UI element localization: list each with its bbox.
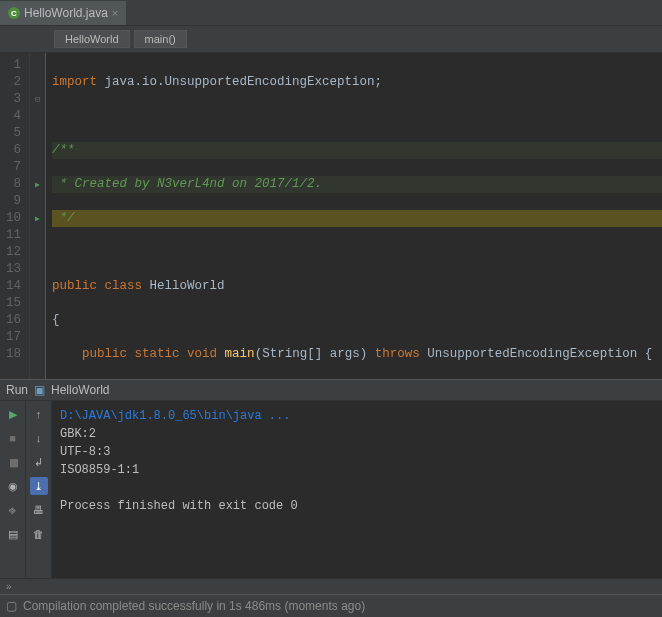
down-stack-button[interactable]: ↓ — [30, 429, 48, 447]
code-area[interactable]: import java.io.UnsupportedEncodingExcept… — [46, 53, 662, 379]
console-exit: Process finished with exit code 0 — [60, 497, 654, 515]
expand-handle[interactable]: » — [0, 578, 662, 594]
scroll-to-end-button[interactable]: ⤓ — [30, 477, 48, 495]
exit-button[interactable]: ⎆ — [4, 501, 22, 519]
dump-threads-button[interactable]: ◉ — [4, 477, 22, 495]
run-label: Run — [6, 383, 28, 397]
editor-tab[interactable]: C HelloWorld.java × — [0, 1, 126, 25]
console-line: UTF-8:3 — [60, 443, 654, 461]
tab-filename: HelloWorld.java — [24, 6, 108, 20]
run-config-icon: ▣ — [34, 383, 45, 397]
run-config-name[interactable]: HelloWorld — [51, 383, 109, 397]
soft-wrap-button[interactable]: ↲ — [30, 453, 48, 471]
line-number-gutter: 123 456 789 101112 131415 161718 — [0, 53, 30, 379]
console-output[interactable]: D:\JAVA\jdk1.8.0_65\bin\java ... GBK:2 U… — [52, 401, 662, 578]
run-toolbar-left: ▶ ■ ▮▮ ◉ ⎆ ▤ — [0, 401, 26, 578]
java-class-icon: C — [8, 7, 20, 19]
status-icon: ▢ — [6, 599, 17, 613]
up-stack-button[interactable]: ↑ — [30, 405, 48, 423]
rerun-button[interactable]: ▶ — [4, 405, 22, 423]
console-line: GBK:2 — [60, 425, 654, 443]
fold-gutter — [30, 53, 46, 379]
run-tool-window: Run ▣ HelloWorld ▶ ■ ▮▮ ◉ ⎆ ▤ ↑ ↓ ↲ ⤓ 🖶 … — [0, 379, 662, 594]
breadcrumb-method[interactable]: main() — [134, 30, 187, 48]
layout-button[interactable]: ▤ — [4, 525, 22, 543]
status-bar: ▢ Compilation completed successfully in … — [0, 594, 662, 617]
breadcrumb-class[interactable]: HelloWorld — [54, 30, 130, 48]
print-button[interactable]: 🖶 — [30, 501, 48, 519]
console-line: ISO8859-1:1 — [60, 461, 654, 479]
console-command: D:\JAVA\jdk1.8.0_65\bin\java ... — [60, 409, 290, 423]
run-header: Run ▣ HelloWorld — [0, 380, 662, 401]
stop-button[interactable]: ■ — [4, 429, 22, 447]
clear-button[interactable]: 🗑 — [30, 525, 48, 543]
close-icon[interactable]: × — [112, 7, 118, 19]
run-toolbar-right: ↑ ↓ ↲ ⤓ 🖶 🗑 — [26, 401, 52, 578]
code-editor[interactable]: 123 456 789 101112 131415 161718 import … — [0, 53, 662, 379]
pause-button[interactable]: ▮▮ — [4, 453, 22, 471]
status-message: Compilation completed successfully in 1s… — [23, 599, 365, 613]
structure-breadcrumb: HelloWorld main() — [0, 26, 662, 53]
editor-tab-bar: C HelloWorld.java × — [0, 0, 662, 26]
